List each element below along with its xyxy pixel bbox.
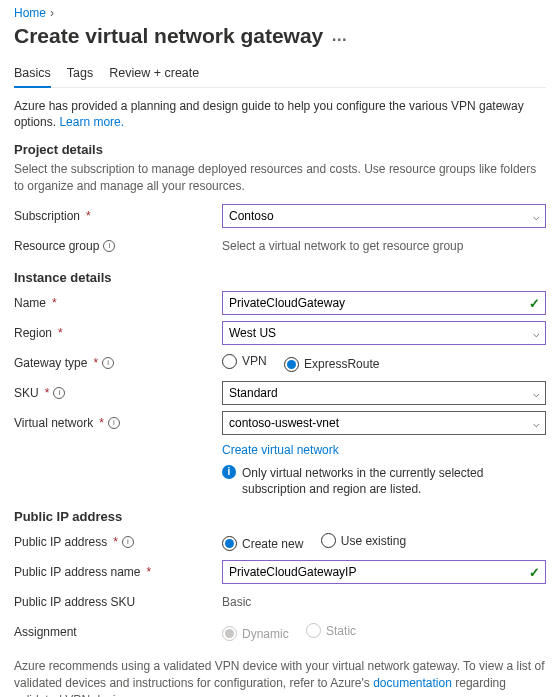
intro-text: Azure has provided a planning and design… (14, 98, 546, 130)
more-icon[interactable]: … (331, 27, 348, 45)
radio-dynamic: Dynamic (222, 626, 289, 641)
tab-basics[interactable]: Basics (14, 62, 51, 88)
region-select[interactable] (222, 321, 546, 345)
create-vnet-link[interactable]: Create virtual network (222, 443, 339, 457)
tab-review-create[interactable]: Review + create (109, 62, 199, 87)
subscription-label: Subscription* (14, 209, 222, 223)
gateway-type-label: Gateway type* i (14, 356, 222, 370)
sku-select[interactable] (222, 381, 546, 405)
radio-vpn[interactable]: VPN (222, 354, 267, 369)
page-title: Create virtual network gateway … (14, 24, 546, 48)
recommend-text: Azure recommends using a validated VPN d… (14, 658, 546, 697)
resource-group-label: Resource group i (14, 239, 222, 253)
sku-label: SKU* i (14, 386, 222, 400)
name-label: Name* (14, 296, 222, 310)
info-icon[interactable]: i (102, 357, 114, 369)
radio-use-existing[interactable]: Use existing (321, 533, 406, 548)
info-icon[interactable]: i (103, 240, 115, 252)
chevron-right-icon: › (50, 6, 54, 20)
name-input[interactable] (222, 291, 546, 315)
info-icon[interactable]: i (53, 387, 65, 399)
tabs: Basics Tags Review + create (14, 62, 546, 88)
region-label: Region* (14, 326, 222, 340)
section-project: Project details (14, 142, 546, 157)
info-icon[interactable]: i (122, 536, 134, 548)
assignment-label: Assignment (14, 625, 222, 639)
vnet-info: i Only virtual networks in the currently… (222, 465, 546, 497)
section-instance: Instance details (14, 270, 546, 285)
pip-name-input[interactable] (222, 560, 546, 584)
pip-addr-label: Public IP address* i (14, 535, 222, 549)
radio-expressroute[interactable]: ExpressRoute (284, 357, 379, 372)
breadcrumb-home[interactable]: Home (14, 6, 46, 20)
info-icon[interactable]: i (108, 417, 120, 429)
pip-sku-label: Public IP address SKU (14, 595, 222, 609)
radio-static: Static (306, 623, 356, 638)
breadcrumb: Home › (14, 6, 546, 20)
section-pip: Public IP address (14, 509, 546, 524)
info-bubble-icon: i (222, 465, 236, 479)
resource-group-value: Select a virtual network to get resource… (222, 239, 463, 253)
documentation-link[interactable]: documentation (373, 676, 452, 690)
pip-name-label: Public IP address name* (14, 565, 222, 579)
pip-sku-value: Basic (222, 595, 251, 609)
project-desc: Select the subscription to manage deploy… (14, 161, 546, 193)
vnet-label: Virtual network* i (14, 416, 222, 430)
learn-more-link[interactable]: Learn more. (59, 115, 124, 129)
tab-tags[interactable]: Tags (67, 62, 93, 87)
subscription-select[interactable] (222, 204, 546, 228)
radio-create-new[interactable]: Create new (222, 536, 303, 551)
vnet-select[interactable] (222, 411, 546, 435)
